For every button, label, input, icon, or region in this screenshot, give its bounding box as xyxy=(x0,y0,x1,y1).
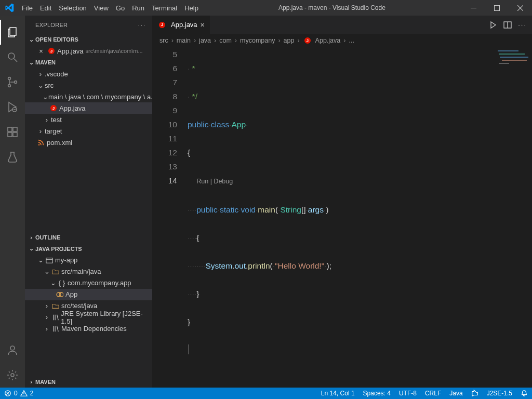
library-icon xyxy=(51,314,60,321)
chevron-right-icon: › xyxy=(27,379,35,385)
activity-account-icon[interactable] xyxy=(0,338,25,363)
menu-help[interactable]: Help xyxy=(181,0,202,16)
open-editor-item[interactable]: × J App.java src\main\java\com\m... xyxy=(25,45,152,57)
window-title: App.java - maven - Visual Studio Code xyxy=(202,4,462,11)
section-open-editors[interactable]: ⌄ OPEN EDITORS xyxy=(25,34,152,45)
crumb[interactable]: com xyxy=(219,37,232,44)
crumb[interactable]: java xyxy=(199,37,211,44)
close-icon[interactable]: × xyxy=(36,47,46,55)
tree-label: src xyxy=(45,82,54,89)
tree-item-vscode[interactable]: › .vscode xyxy=(25,68,152,79)
breadcrumb[interactable]: src› main› java› com› mycompany› app› J … xyxy=(152,34,532,47)
run-icon[interactable] xyxy=(489,21,497,29)
menu-bar: File Edit Selection View Go Run Terminal… xyxy=(18,0,202,16)
close-button[interactable] xyxy=(509,0,532,16)
more-icon[interactable]: ··· xyxy=(138,22,146,28)
tree-item-app-java[interactable]: J App.java xyxy=(25,102,152,114)
menu-run[interactable]: Run xyxy=(128,0,148,16)
tree-item-pom[interactable]: pom.xml xyxy=(25,137,152,148)
crumb[interactable]: app xyxy=(284,37,295,44)
tree-item-src-path[interactable]: ⌄ main \ java \ com \ mycompany \ a... xyxy=(25,91,152,102)
class-icon xyxy=(55,291,64,298)
close-tab-icon[interactable]: × xyxy=(201,21,205,29)
status-problems[interactable]: 0 2 xyxy=(0,388,37,399)
sidebar-title: EXPLORER ··· xyxy=(25,16,152,34)
code-content[interactable]: · * · */ public·class·App· { Run | Debug… xyxy=(188,47,532,388)
chevron-down-icon: ⌄ xyxy=(43,93,48,101)
crumb[interactable]: App.java xyxy=(315,37,341,44)
section-maven-panel[interactable]: › MAVEN xyxy=(25,376,152,388)
status-feedback-icon[interactable] xyxy=(467,388,483,399)
code-editor[interactable]: 5 6 7 8 9 10 11 12 13 14 · * · */ public… xyxy=(152,47,532,388)
error-badge-icon: J xyxy=(303,37,312,44)
crumb[interactable]: src xyxy=(159,37,168,44)
chevron-right-icon: › xyxy=(36,127,45,135)
tree-label: src/main/java xyxy=(61,268,101,275)
tree-label: JRE System Library [J2SE-1.5] xyxy=(61,310,152,325)
jp-app[interactable]: ⌄ my-app xyxy=(25,255,152,266)
xml-file-icon xyxy=(36,139,46,146)
tree-item-target[interactable]: › target xyxy=(25,125,152,137)
tree-label: .vscode xyxy=(45,70,68,78)
tree-label: target xyxy=(45,127,62,135)
tree-item-src[interactable]: ⌄ src xyxy=(25,79,152,91)
menu-terminal[interactable]: Terminal xyxy=(148,0,181,16)
activity-search-icon[interactable] xyxy=(0,45,25,70)
chevron-down-icon: ⌄ xyxy=(49,279,57,287)
source-folder-icon xyxy=(51,302,60,310)
split-editor-icon[interactable] xyxy=(503,21,512,29)
line-gutter: 5 6 7 8 9 10 11 12 13 14 xyxy=(152,47,188,388)
status-spaces[interactable]: Spaces: 4 xyxy=(359,388,395,399)
section-java-projects[interactable]: ⌄ JAVA PROJECTS xyxy=(25,243,152,255)
jp-class[interactable]: App xyxy=(25,289,152,300)
chevron-right-icon: › xyxy=(43,116,51,124)
activity-scm-icon[interactable] xyxy=(0,70,25,95)
section-maven[interactable]: ⌄ MAVEN xyxy=(25,57,152,68)
chevron-down-icon: ⌄ xyxy=(27,245,35,252)
tab-app-java[interactable]: J App.java × xyxy=(152,16,210,34)
activity-run-icon[interactable] xyxy=(0,95,25,119)
status-eol[interactable]: CRLF xyxy=(421,388,445,399)
menu-view[interactable]: View xyxy=(90,0,112,16)
activity-settings-icon[interactable] xyxy=(0,363,25,388)
status-encoding[interactable]: UTF-8 xyxy=(395,388,421,399)
status-jdk[interactable]: J2SE-1.5 xyxy=(483,388,516,399)
editor-area: J App.java × ··· src› main› java› com› m… xyxy=(152,16,532,388)
section-outline[interactable]: › OUTLINE xyxy=(25,232,152,243)
project-icon xyxy=(45,257,54,264)
minimap[interactable] xyxy=(496,47,532,89)
status-lang[interactable]: Java xyxy=(445,388,467,399)
activity-extensions-icon[interactable] xyxy=(0,119,25,144)
minimize-button[interactable] xyxy=(462,0,485,16)
activity-testing-icon[interactable] xyxy=(0,144,25,169)
status-ln-col[interactable]: Ln 14, Col 1 xyxy=(317,388,359,399)
status-warnings: 2 xyxy=(30,390,34,397)
crumb[interactable]: mycompany xyxy=(240,37,275,44)
error-badge-icon: J xyxy=(47,48,56,54)
vscode-logo-icon xyxy=(0,3,18,12)
more-icon[interactable]: ··· xyxy=(518,21,527,29)
status-errors: 0 xyxy=(14,390,18,397)
tree-label: App.java xyxy=(59,104,86,112)
maximize-button[interactable] xyxy=(485,0,509,16)
jp-jre[interactable]: › JRE System Library [J2SE-1.5] xyxy=(25,312,152,323)
jp-pkg[interactable]: ⌄ { } com.mycompany.app xyxy=(25,277,152,289)
explorer-label: EXPLORER xyxy=(35,22,68,28)
menu-edit[interactable]: Edit xyxy=(36,0,55,16)
menu-file[interactable]: File xyxy=(18,0,36,16)
activity-bar xyxy=(0,16,25,388)
crumb[interactable]: ... xyxy=(349,37,354,44)
tree-label: main \ java \ com \ mycompany \ a... xyxy=(48,93,152,101)
menu-selection[interactable]: Selection xyxy=(55,0,90,16)
svg-rect-2 xyxy=(10,28,16,35)
jp-src-main[interactable]: ⌄ src/main/java xyxy=(25,266,152,277)
tree-item-test[interactable]: › test xyxy=(25,114,152,125)
activity-explorer-icon[interactable] xyxy=(0,20,25,45)
menu-go[interactable]: Go xyxy=(112,0,128,16)
crumb[interactable]: main xyxy=(177,37,191,44)
chevron-right-icon: › xyxy=(27,234,35,241)
error-badge-icon: J xyxy=(49,105,58,111)
status-bell-icon[interactable] xyxy=(516,388,532,399)
chevron-right-icon: › xyxy=(36,70,45,78)
codelens[interactable]: Run | Debug xyxy=(196,175,233,189)
